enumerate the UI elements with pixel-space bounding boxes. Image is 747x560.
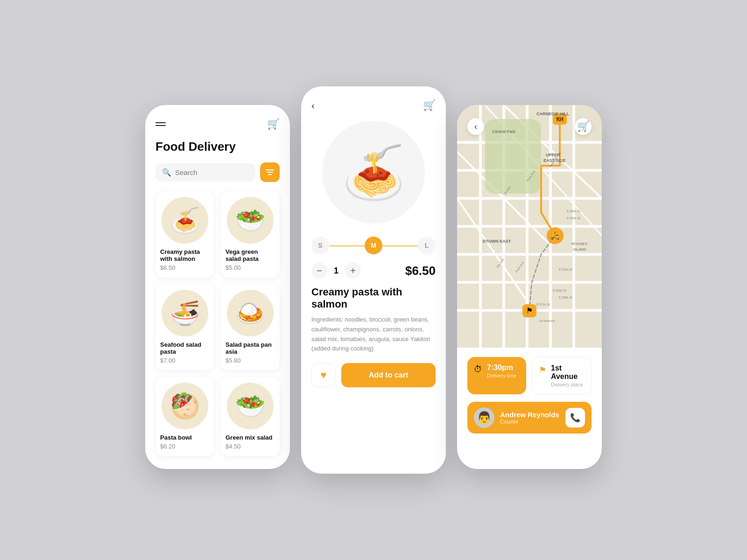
size-selector: S M L (311, 237, 436, 254)
food-card-4[interactable]: 🥙 Pasta bowl $6.20 (155, 377, 214, 456)
svg-text:⚑: ⚑ (526, 307, 533, 315)
add-to-cart-button[interactable]: Add to cart (341, 363, 436, 387)
size-l-button[interactable]: L (418, 237, 436, 254)
price-display: $6.50 (405, 264, 436, 278)
delivery-time-value: 7:30pm (487, 364, 517, 372)
food-card-0[interactable]: 🍝 Creamy pasta with salmon $6.50 (155, 191, 214, 278)
delivery-place-label: Delivery place (551, 382, 585, 387)
svg-text:ROOSEV: ROOSEV (571, 242, 588, 246)
svg-text:1st Avenue: 1st Avenue (539, 319, 555, 322)
hero-circle: 🍝 (322, 121, 425, 224)
svg-text:DTOWN EAST: DTOWN EAST (483, 239, 511, 244)
quantity-value: 1 (334, 266, 338, 276)
food-card-3[interactable]: 🍛 Salad pasta pan asia $5.80 (221, 284, 280, 371)
delivery-time-label: Delivery time (487, 373, 517, 378)
food-card-2[interactable]: 🍜 Seafood salad pasta $7.00 (155, 284, 214, 371)
delivery-time-box: ⏱ 7:30pm Delivery time (467, 357, 526, 394)
size-m-button[interactable]: M (365, 237, 382, 254)
dish-description: Ingredients: noodles, broccoli, green be… (311, 315, 436, 354)
screens-container: 🛒 Food Delivery 🔍 (145, 86, 602, 474)
dish-name: Creamy pasta with salmon (311, 286, 436, 310)
svg-text:E 60th St: E 60th St (553, 289, 566, 292)
call-courier-button[interactable]: 📞 (565, 408, 585, 427)
svg-text:ISLAND: ISLAND (573, 247, 586, 252)
s1-header: 🛒 (155, 118, 280, 130)
search-input-wrap[interactable]: 🔍 (155, 163, 255, 182)
qty-price-row: − 1 + $6.50 (311, 263, 436, 279)
courier-info: Andrew Reynolds Courier (500, 411, 559, 425)
back-button[interactable]: ‹ (311, 100, 315, 111)
cart-button-map[interactable]: 🛒 (575, 118, 592, 135)
courier-name: Andrew Reynolds (500, 411, 559, 419)
svg-text:E 66th St: E 66th St (567, 210, 580, 213)
s3-header: ‹ 🛒 (457, 105, 602, 135)
screen-tracking: 🛵 🍽 ⚑ CARNEGIE HILL Central Park UPPER E… (457, 105, 602, 469)
s2-header: ‹ 🛒 (301, 86, 446, 112)
cart-button-detail[interactable]: 🛒 (423, 99, 436, 112)
delivery-place-box: ⚑ 1st Avenue Delivery place (532, 357, 592, 394)
courier-row: 👨 Andrew Reynolds Courier 📞 (467, 402, 592, 434)
search-bar: 🔍 (155, 162, 280, 182)
svg-text:E 59th St: E 59th St (559, 296, 572, 299)
food-card-5[interactable]: 🥗 Green mix salad $4.50 (221, 377, 280, 456)
action-buttons: ♥ Add to cart (311, 363, 436, 387)
svg-text:E 57th St: E 57th St (536, 303, 550, 306)
quantity-control: − 1 + (311, 263, 361, 279)
heart-icon: ♥ (320, 369, 326, 381)
delivery-card: ⏱ 7:30pm Delivery time ⚑ 1st Avenue Deli… (457, 348, 602, 445)
flag-icon: ⚑ (539, 365, 546, 375)
screen-detail: ‹ 🛒 🍝 S M L − 1 + (301, 86, 446, 474)
back-button-map[interactable]: ‹ (467, 118, 484, 135)
courier-avatar: 👨 (474, 407, 494, 428)
delivery-place-value: 1st Avenue (551, 364, 585, 381)
page-title: Food Delivery (155, 140, 280, 154)
map-area: 🛵 🍽 ⚑ CARNEGIE HILL Central Park UPPER E… (457, 105, 602, 348)
s2-body: − 1 + $6.50 Creamy pasta with salmon Ing… (301, 254, 446, 399)
screen-food-list: 🛒 Food Delivery 🔍 (145, 105, 290, 469)
hero-image-area: 🍝 (301, 116, 446, 228)
courier-role: Courier (500, 419, 559, 425)
decrease-button[interactable]: − (311, 263, 327, 279)
food-card-1[interactable]: 🥗 Vega green salad pasta $5.00 (221, 191, 280, 278)
size-s-button[interactable]: S (311, 237, 329, 254)
filter-button[interactable] (260, 162, 280, 182)
menu-icon[interactable] (155, 122, 166, 126)
svg-text:E 63rd St: E 63rd St (559, 268, 572, 271)
svg-text:E 65th St: E 65th St (567, 217, 580, 220)
search-input[interactable] (175, 168, 249, 176)
increase-button[interactable]: + (345, 263, 361, 279)
svg-text:🛵: 🛵 (550, 231, 560, 240)
delivery-info-row: ⏱ 7:30pm Delivery time ⚑ 1st Avenue Deli… (467, 357, 592, 394)
search-icon: 🔍 (162, 168, 171, 177)
favorite-button[interactable]: ♥ (311, 363, 336, 387)
clock-icon: ⏱ (474, 364, 482, 374)
cart-button[interactable]: 🛒 (267, 118, 280, 130)
food-grid: 🍝 Creamy pasta with salmon $6.50 🥗 Vega … (155, 191, 280, 456)
